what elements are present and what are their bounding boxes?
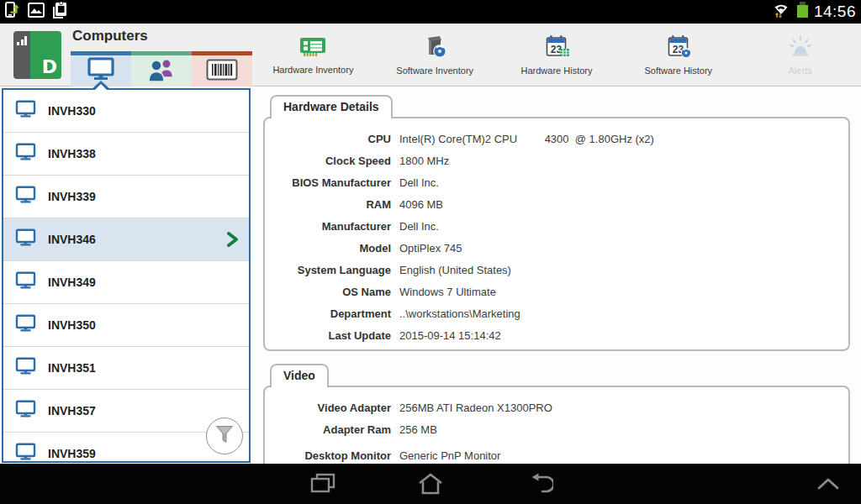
filter-button[interactable] (206, 417, 243, 454)
battery-icon (795, 1, 810, 23)
field-value: 256 MB (399, 423, 437, 436)
software-box-icon (421, 34, 448, 63)
list-item[interactable]: INVH349 (3, 261, 249, 304)
action-label: Software Inventory (396, 66, 473, 76)
action-software-inventory[interactable]: Software Inventory (380, 34, 489, 76)
list-item-selected[interactable]: INVH346 (3, 218, 249, 261)
usb-transfer-icon (3, 1, 22, 23)
computer-name: INVH338 (48, 147, 96, 160)
selected-chevron-icon (227, 232, 239, 247)
action-label: Alerts (789, 66, 812, 76)
toolbar-actions: Hardware Inventory Software Inventory 23… (252, 24, 861, 87)
field-label: Manufacturer (265, 220, 391, 233)
calendar-grid-icon: 23 (542, 34, 571, 63)
field-label: Adapter Ram (265, 423, 391, 436)
field-label: CPU (265, 133, 391, 145)
field-label: OS Name (265, 286, 391, 298)
panel-title: Hardware Details (270, 95, 393, 118)
monitor-icon (14, 314, 37, 337)
logo-chart-icon (17, 36, 27, 45)
action-alerts: Alerts (746, 34, 855, 76)
field-value: 2015-09-14 15:14:42 (399, 329, 501, 342)
screenshot-icon (50, 1, 69, 23)
filter-icon (214, 424, 235, 448)
field-value: Dell Inc. (399, 176, 439, 189)
list-item[interactable]: INVH339 (3, 176, 249, 218)
field-value: 4096 MB (399, 198, 443, 211)
content-area: INVH330 INVH338 INVH339 INVH346 I (0, 87, 861, 464)
field-value: ..\workstations\Marketing (399, 307, 520, 320)
panel-title: Video (270, 364, 329, 387)
action-label: Hardware Inventory (272, 65, 353, 75)
app-screen: 14:56 D Computers (0, 0, 861, 504)
computer-list-sidebar: INVH330 INVH338 INVH339 INVH346 I (2, 88, 251, 463)
wifi-icon (771, 1, 791, 23)
field-label: BIOS Manufacturer (265, 176, 391, 189)
list-item[interactable]: INVH350 (3, 304, 249, 347)
barcode-icon (206, 59, 238, 84)
computer-list: INVH330 INVH338 INVH339 INVH346 I (3, 90, 249, 461)
computer-name: INVH346 (48, 233, 96, 246)
action-hardware-history[interactable]: 23 Hardware History (502, 34, 611, 76)
monitor-icon (14, 271, 37, 294)
computer-name: INVH359 (48, 447, 96, 460)
field-value: Dell Inc. (399, 220, 439, 233)
monitor-icon (14, 143, 37, 165)
monitor-icon (14, 357, 37, 380)
siren-icon (786, 34, 815, 63)
list-item[interactable]: INVH351 (3, 347, 249, 390)
field-label: Desktop Monitor (265, 449, 391, 462)
field-label: Last Update (265, 329, 391, 342)
tab-barcodes[interactable] (192, 51, 252, 87)
status-bar: 14:56 (0, 0, 861, 24)
app-header: D Computers (0, 24, 861, 87)
field-value: 1800 MHz (399, 155, 449, 167)
calendar-disc-icon: 23 (664, 34, 693, 63)
action-label: Software History (644, 66, 712, 76)
ram-chip-icon (298, 35, 327, 62)
monitor-icon (14, 186, 37, 208)
app-logo: D (13, 31, 61, 79)
field-value: Generic PnP Monitor (399, 449, 500, 462)
field-label: Department (265, 307, 391, 320)
clock: 14:56 (814, 3, 856, 21)
tab-users[interactable] (131, 51, 192, 87)
field-value: Intel(R) Core(TM)2 CPU 4300 @ 1.80GHz (x… (399, 133, 654, 145)
computer-name: INVH351 (48, 361, 96, 375)
field-label: RAM (265, 198, 391, 211)
field-value: 256MB ATI Radeon X1300PRO (399, 402, 552, 414)
computer-name: INVH357 (48, 404, 96, 417)
expand-chevron-icon[interactable] (798, 464, 858, 504)
back-button[interactable] (510, 464, 571, 504)
computer-name: INVH330 (48, 104, 96, 118)
computer-name: INVH349 (48, 276, 96, 289)
monitor-icon (14, 443, 37, 462)
field-label: Video Adapter (265, 402, 391, 414)
field-label: Model (265, 242, 391, 255)
android-nav-bar (0, 464, 861, 504)
field-value: English (United States) (399, 264, 511, 276)
monitor-icon (14, 400, 37, 423)
recents-button[interactable] (293, 464, 353, 504)
gallery-icon (27, 1, 45, 23)
action-hardware-inventory[interactable]: Hardware Inventory (258, 35, 367, 75)
action-software-history[interactable]: 23 Software History (624, 34, 733, 76)
field-label: Clock Speed (265, 155, 391, 167)
page-title: Computers (72, 28, 148, 45)
users-icon (145, 56, 177, 87)
field-value: OptiPlex 745 (399, 242, 462, 255)
notification-icons (0, 1, 69, 23)
list-item[interactable]: INVH330 (3, 90, 249, 133)
home-button[interactable] (400, 464, 461, 504)
computer-name: INVH350 (48, 318, 96, 332)
field-value: Windows 7 Ultimate (399, 286, 496, 298)
monitor-icon (14, 100, 37, 123)
action-label: Hardware History (521, 66, 593, 76)
hardware-details-panel: Hardware Details CPUIntel(R) Core(TM)2 C… (263, 95, 850, 351)
monitor-icon (14, 228, 37, 251)
field-label: System Language (265, 264, 391, 276)
computer-name: INVH339 (48, 190, 96, 203)
list-item[interactable]: INVH338 (3, 133, 249, 176)
